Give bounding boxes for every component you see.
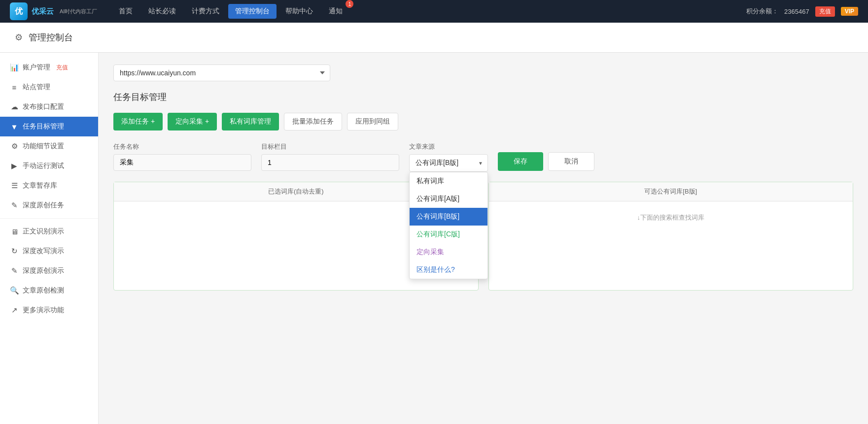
logo[interactable]: 优 优采云 AI时代内容工厂 <box>10 2 97 20</box>
sidebar-item-account[interactable]: 📊 账户管理 充值 <box>0 58 98 77</box>
sidebar-label-task: 任务目标管理 <box>23 122 64 131</box>
cancel-button[interactable]: 取消 <box>548 152 594 171</box>
source-option-private[interactable]: 私有词库 <box>410 172 487 190</box>
task-name-group: 任务名称 <box>113 142 251 171</box>
sidebar: 📊 账户管理 充值 ≡ 站点管理 ☁ 发布接口配置 ▼ 任务目标管理 ⚙ 功能细… <box>0 53 99 424</box>
cloud-icon: ☁ <box>10 102 19 111</box>
sidebar-label-manual: 手动运行测试 <box>23 162 64 170</box>
logo-subtitle: AI时代内容工厂 <box>60 8 97 15</box>
sidebar-item-rewrite[interactable]: ↻ 深度改写演示 <box>0 241 98 261</box>
directed-collect-button[interactable]: 定向采集 + <box>168 113 217 130</box>
private-lib-button[interactable]: 私有词库管理 <box>222 113 279 130</box>
notification-badge: 1 <box>346 0 353 8</box>
settings-icon: ⚙ <box>15 32 23 43</box>
sidebar-item-publish[interactable]: ☁ 发布接口配置 <box>0 97 98 117</box>
sidebar-label-more: 更多演示功能 <box>23 306 64 315</box>
sidebar-label-drafts: 文章暂存库 <box>23 181 57 190</box>
sidebar-label-check: 文章原创检测 <box>23 286 64 295</box>
sidebar-item-drafts[interactable]: ☰ 文章暂存库 <box>0 176 98 196</box>
target-col-label: 目标栏目 <box>261 142 399 151</box>
sidebar-item-check[interactable]: 🔍 文章原创检测 <box>0 281 98 300</box>
chart-icon: 📊 <box>10 63 19 72</box>
task-name-label: 任务名称 <box>113 142 251 151</box>
source-option-public-a[interactable]: 公有词库[A版] <box>410 190 487 208</box>
nav-right: 积分余额： 2365467 充值 VIP <box>746 6 858 17</box>
target-col-input[interactable] <box>261 154 399 171</box>
sidebar-item-ocr[interactable]: 🖥 正文识别演示 <box>0 222 98 241</box>
right-panel-header: 可选公有词库[B版] <box>489 182 853 201</box>
sidebar-label-site: 站点管理 <box>23 83 50 92</box>
top-navigation: 优 优采云 AI时代内容工厂 首页 站长必读 计费方式 管理控制台 帮助中心 通… <box>0 0 868 23</box>
refresh-icon: ↻ <box>10 247 19 256</box>
sidebar-label-account: 账户管理 <box>23 63 50 72</box>
filter-icon: ▼ <box>10 123 19 131</box>
right-panel-body: ↓下面的搜索框查找词库 <box>489 201 853 290</box>
add-task-button[interactable]: 添加任务 + <box>113 113 163 130</box>
nav-pricing[interactable]: 计费方式 <box>185 4 226 19</box>
drafts-icon: ☰ <box>10 181 19 190</box>
gear-sidebar-icon: ⚙ <box>10 142 19 151</box>
main-content: https://www.ucaiyun.com 任务目标管理 添加任务 + 定向… <box>99 53 868 424</box>
task-name-input[interactable] <box>113 154 251 171</box>
nav-notify[interactable]: 通知 1 <box>322 4 349 19</box>
sidebar-item-settings[interactable]: ⚙ 功能细节设置 <box>0 136 98 156</box>
content-wrapper: 📊 账户管理 充值 ≡ 站点管理 ☁ 发布接口配置 ▼ 任务目标管理 ⚙ 功能细… <box>0 53 868 424</box>
apply-group-button[interactable]: 应用到同组 <box>347 113 398 130</box>
search-icon: 🔍 <box>10 286 19 295</box>
points-label: 积分余额： <box>746 7 778 16</box>
nav-must-read[interactable]: 站长必读 <box>141 4 183 19</box>
points-value: 2365467 <box>784 8 809 15</box>
nav-notify-label: 通知 <box>329 7 343 15</box>
edit-icon: ✎ <box>10 201 19 210</box>
target-col-group: 目标栏目 <box>261 142 399 171</box>
sidebar-item-original-task[interactable]: ✎ 深度原创任务 <box>0 196 98 215</box>
source-option-directed[interactable]: 定向采集 <box>410 243 487 261</box>
arrow-icon: ↗ <box>10 306 19 315</box>
sidebar-item-task[interactable]: ▼ 任务目标管理 <box>0 117 98 136</box>
logo-name: 优采云 <box>32 7 54 16</box>
nav-home[interactable]: 首页 <box>112 4 139 19</box>
sidebar-label-original-task: 深度原创任务 <box>23 201 64 210</box>
nav-help[interactable]: 帮助中心 <box>278 4 320 19</box>
form-row: 任务名称 目标栏目 文章来源 公有词库[B版] ▼ 私有词库 公有词库[A版] <box>113 142 853 172</box>
play-icon: ▶ <box>10 162 19 170</box>
list-icon: ≡ <box>10 83 19 92</box>
right-panel: 可选公有词库[B版] ↓下面的搜索框查找词库 <box>488 182 854 291</box>
sidebar-label-rewrite: 深度改写演示 <box>23 247 64 256</box>
top-recharge-button[interactable]: 充值 <box>815 6 835 17</box>
nav-control[interactable]: 管理控制台 <box>228 4 277 19</box>
pen-icon: ✎ <box>10 266 19 275</box>
form-actions-group: 保存 取消 <box>498 142 594 171</box>
source-option-public-c[interactable]: 公有词库[C版] <box>410 226 487 243</box>
sidebar-label-settings: 功能细节设置 <box>23 142 64 151</box>
batch-add-button[interactable]: 批量添加任务 <box>284 113 342 130</box>
right-panel-hint: ↓下面的搜索框查找词库 <box>496 208 846 222</box>
sidebar-label-ocr: 正文识别演示 <box>23 227 64 236</box>
save-button[interactable]: 保存 <box>498 152 543 171</box>
page-header: ⚙ 管理控制台 <box>0 23 868 53</box>
sidebar-item-more[interactable]: ↗ 更多演示功能 <box>0 300 98 320</box>
sidebar-item-original-demo[interactable]: ✎ 深度原创演示 <box>0 261 98 281</box>
source-label: 文章来源 <box>409 142 488 151</box>
source-select-wrapper: 公有词库[B版] ▼ 私有词库 公有词库[A版] 公有词库[B版] 公有词库[C… <box>409 154 488 172</box>
site-select[interactable]: https://www.ucaiyun.com <box>113 65 330 81</box>
vip-badge: VIP <box>841 7 858 16</box>
site-selector: https://www.ucaiyun.com <box>113 65 853 81</box>
source-select-value: 公有词库[B版] <box>416 159 458 166</box>
source-group: 文章来源 公有词库[B版] ▼ 私有词库 公有词库[A版] 公有词库[B版] 公… <box>409 142 488 172</box>
section-title: 任务目标管理 <box>113 91 853 103</box>
action-buttons: 添加任务 + 定向采集 + 私有词库管理 批量添加任务 应用到同组 <box>113 113 853 130</box>
source-select-display[interactable]: 公有词库[B版] <box>409 154 488 172</box>
monitor-icon: 🖥 <box>10 228 19 236</box>
sidebar-label-original-demo: 深度原创演示 <box>23 266 64 275</box>
sidebar-divider <box>0 218 98 219</box>
sidebar-recharge-link[interactable]: 充值 <box>56 64 68 72</box>
source-dropdown: 私有词库 公有词库[A版] 公有词库[B版] 公有词库[C版] 定向采集 区别是… <box>409 172 488 279</box>
nav-items: 首页 站长必读 计费方式 管理控制台 帮助中心 通知 1 <box>112 4 746 19</box>
source-option-public-b[interactable]: 公有词库[B版] <box>410 208 487 226</box>
sidebar-item-site[interactable]: ≡ 站点管理 <box>0 77 98 97</box>
sidebar-item-manual[interactable]: ▶ 手动运行测试 <box>0 156 98 176</box>
page-title: 管理控制台 <box>29 32 73 43</box>
source-option-diff[interactable]: 区别是什么? <box>410 261 487 279</box>
logo-icon: 优 <box>10 2 28 20</box>
